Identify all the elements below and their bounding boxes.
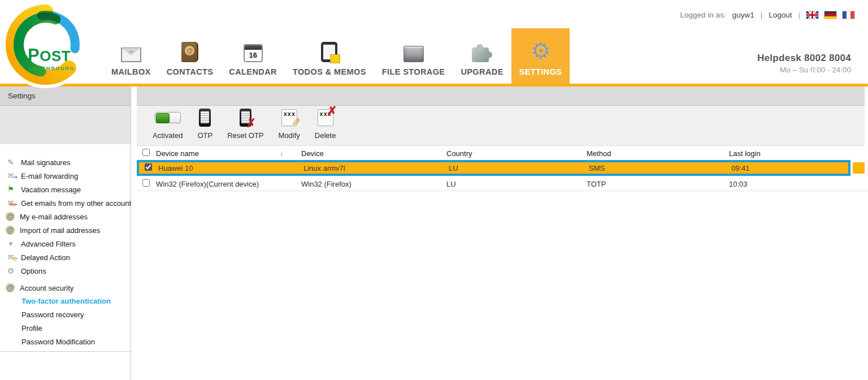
reset-otp-button[interactable]: Reset OTP bbox=[222, 105, 269, 143]
column-header-device[interactable]: Device bbox=[301, 149, 324, 157]
sidebar-item-delayed-action[interactable]: ✉ Delayed Action bbox=[0, 251, 131, 264]
pop-mail-icon: ✉ bbox=[6, 198, 16, 208]
funnel-icon: ▼ bbox=[6, 239, 16, 248]
nav-tab-mailbox[interactable]: MAILBOX bbox=[103, 28, 159, 84]
sidebar-item-label: Options bbox=[21, 267, 46, 275]
sidebar-item-label: Import of mail addresses bbox=[20, 226, 100, 235]
phone-icon bbox=[199, 109, 211, 127]
separator: | bbox=[761, 11, 763, 19]
cell-last-login: 09:41 bbox=[731, 164, 750, 172]
content-header-bar bbox=[137, 87, 865, 106]
cell-last-login: 10:03 bbox=[729, 180, 748, 188]
sidebar-item-two-factor-authentication[interactable]: Two-factor authentication bbox=[0, 295, 131, 308]
phone-delete-icon bbox=[240, 109, 251, 127]
row-checkbox[interactable] bbox=[145, 163, 152, 171]
nav-tab-calendar[interactable]: 16 CALENDAR bbox=[221, 28, 285, 84]
calendar-icon: 16 bbox=[244, 44, 263, 62]
sidebar-item-import-mail-addresses[interactable]: @ Import of mail addresses bbox=[0, 223, 131, 237]
sidebar-security-subitems: Two-factor authentication Password recov… bbox=[0, 295, 131, 349]
sidebar-item-password-modification[interactable]: Password Modification bbox=[0, 335, 131, 349]
session-bar: Logged in as: guyw1 | Logout | bbox=[680, 11, 854, 19]
logo-subtitle: LUXEMBOURG bbox=[29, 66, 75, 71]
sidebar-item-options[interactable]: ⚙ Options bbox=[0, 264, 131, 278]
username: guyw1 bbox=[732, 11, 754, 19]
table-row-win32-firefox[interactable]: Win32 (Firefox)(Current device) Win32 (F… bbox=[137, 177, 868, 191]
forward-envelope-icon: ✉ bbox=[6, 171, 16, 180]
row-checkbox[interactable] bbox=[142, 179, 150, 187]
main-nav: MAILBOX CONTACTS 16 CALENDAR TODOS & MEM… bbox=[103, 0, 570, 84]
column-header-country[interactable]: Country bbox=[446, 149, 472, 157]
nav-label-contacts: CONTACTS bbox=[167, 67, 214, 76]
cell-device-name: Huawei 10 bbox=[158, 164, 193, 172]
at-globe-icon: @ bbox=[6, 283, 15, 292]
selection-highlight-tail bbox=[853, 162, 865, 174]
cell-device: Win32 (Firefox) bbox=[301, 180, 351, 188]
otp-button[interactable]: OTP bbox=[192, 105, 218, 143]
delayed-envelope-icon: ✉ bbox=[6, 253, 16, 262]
nav-tab-todos-memos[interactable]: TODOS & MEMOS bbox=[285, 28, 374, 84]
delete-codes-icon bbox=[318, 109, 333, 126]
sidebar-item-mail-signatures[interactable]: ✎ Mail signatures bbox=[0, 156, 131, 169]
select-all-checkbox[interactable] bbox=[142, 149, 150, 156]
sidebar-item-my-email-addresses[interactable]: @ My e-mail addresses bbox=[0, 210, 131, 223]
table-row-huawei-10-selected[interactable]: Huawei 10 Linux armv7l LU SMS 09:41 bbox=[137, 160, 850, 176]
at-globe-icon: @ bbox=[6, 212, 15, 221]
column-header-last-login[interactable]: Last login bbox=[729, 149, 761, 157]
edit-codes-icon bbox=[281, 109, 297, 126]
calendar-day-badge: 16 bbox=[245, 51, 262, 59]
german-flag-icon[interactable] bbox=[824, 11, 836, 19]
sidebar-item-label: Account security bbox=[20, 284, 73, 292]
post-luxembourg-logo[interactable]: POST LUXEMBOURG bbox=[2, 0, 89, 93]
helpdesk-hours: Mo – Su 0:00 - 24:00 bbox=[757, 66, 851, 74]
helpdesk-phone: Helpdesk 8002 8004 bbox=[757, 53, 851, 64]
gear-icon: ⚙ bbox=[6, 266, 16, 275]
device-toolbar: Activated OTP Reset OTP Modify Delete bbox=[137, 106, 865, 146]
logged-in-as-label: Logged in as: bbox=[680, 11, 726, 19]
cell-country: LU bbox=[446, 180, 456, 188]
sidebar-item-label: Advanced Filters bbox=[21, 240, 76, 248]
english-flag-icon[interactable] bbox=[806, 11, 818, 19]
sidebar-item-get-emails-other-account[interactable]: ✉ Get emails from my other account bbox=[0, 196, 131, 210]
nav-label-mailbox: MAILBOX bbox=[111, 67, 151, 76]
sidebar-security-section: @ Account security bbox=[0, 281, 131, 295]
signpost-icon: ⚑ bbox=[6, 185, 16, 194]
french-flag-icon[interactable] bbox=[843, 11, 854, 19]
nav-tab-upgrade[interactable]: UPGRADE bbox=[453, 28, 511, 84]
modify-button[interactable]: Modify bbox=[273, 105, 306, 143]
column-header-method[interactable]: Method bbox=[587, 149, 611, 157]
sidebar-item-label: Delayed Action bbox=[21, 253, 70, 262]
clipboard-icon bbox=[321, 42, 337, 62]
cell-device-name: Win32 (Firefox)(Current device) bbox=[156, 180, 259, 188]
logout-link[interactable]: Logout bbox=[769, 11, 792, 19]
cell-method: SMS bbox=[589, 164, 605, 172]
logo-wordmark: POST bbox=[28, 45, 71, 65]
sidebar-item-account-security[interactable]: @ Account security bbox=[0, 281, 131, 295]
nav-tab-settings[interactable]: ⚙ SETTINGS bbox=[511, 28, 570, 84]
gear-icon: ⚙ bbox=[531, 40, 551, 62]
settings-sidebar: Settings ✎ Mail signatures ✉ E-mail forw… bbox=[0, 87, 131, 380]
column-header-device-name[interactable]: Device name bbox=[156, 149, 199, 157]
nav-label-todos-memos: TODOS & MEMOS bbox=[293, 67, 366, 76]
cell-device: Linux armv7l bbox=[303, 164, 345, 172]
pencil-icon: ✎ bbox=[6, 158, 16, 167]
sidebar-item-profile[interactable]: Profile bbox=[0, 322, 131, 335]
mailbox-icon bbox=[121, 48, 141, 62]
sidebar-item-label: E-mail forwarding bbox=[21, 172, 78, 180]
toolbar-button-label: OTP bbox=[197, 131, 212, 140]
sidebar-item-vacation-message[interactable]: ⚑ Vacation message bbox=[0, 183, 131, 196]
sidebar-divider bbox=[0, 351, 131, 352]
sidebar-item-advanced-filters[interactable]: ▼ Advanced Filters bbox=[0, 237, 131, 251]
sidebar-item-label: My e-mail addresses bbox=[20, 213, 88, 221]
nav-tab-contacts[interactable]: CONTACTS bbox=[159, 28, 222, 84]
sidebar-item-password-recovery[interactable]: Password recovery bbox=[0, 308, 131, 322]
sort-descending-icon[interactable]: ↓ bbox=[280, 149, 283, 157]
delete-button[interactable]: Delete bbox=[309, 105, 342, 143]
nav-tab-file-storage[interactable]: FILE STORAGE bbox=[374, 28, 453, 84]
sidebar-item-email-forwarding[interactable]: ✉ E-mail forwarding bbox=[0, 169, 131, 183]
address-book-icon bbox=[181, 42, 198, 62]
main-content: Activated OTP Reset OTP Modify Delete De… bbox=[137, 87, 868, 380]
sidebar-item-label: Vacation message bbox=[21, 185, 81, 194]
logo-swirl-icon: POST LUXEMBOURG bbox=[2, 0, 89, 93]
hard-drive-icon bbox=[403, 46, 424, 62]
activated-toggle-button[interactable]: Activated bbox=[147, 105, 188, 143]
